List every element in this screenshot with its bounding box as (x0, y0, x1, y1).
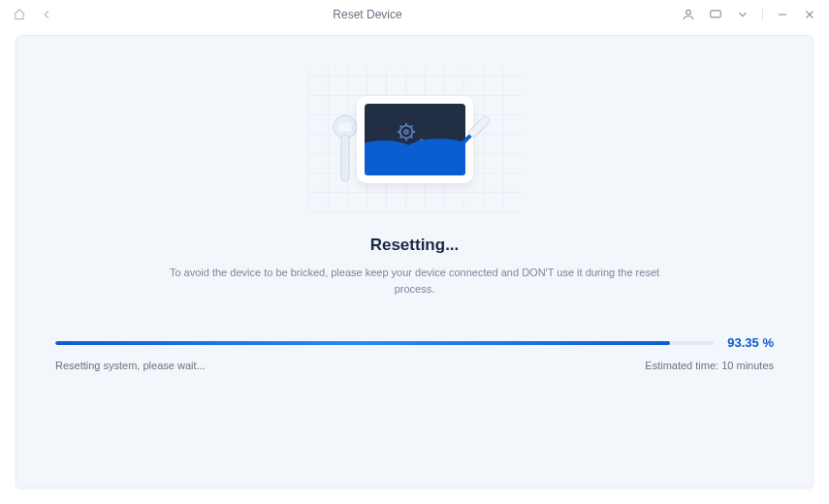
svg-rect-10 (451, 134, 471, 154)
svg-rect-3 (339, 123, 351, 131)
menu-dropdown-button[interactable] (731, 3, 754, 26)
home-icon (13, 8, 26, 21)
svg-point-5 (399, 126, 412, 139)
window-title: Reset Device (58, 8, 677, 21)
svg-rect-4 (341, 135, 349, 181)
progress-eta: Estimated time: 10 minutes (645, 360, 774, 371)
feedback-button[interactable] (704, 3, 727, 26)
titlebar-separator (762, 8, 763, 21)
progress-status-text: Resetting system, please wait... (55, 360, 206, 371)
progress-fill (55, 341, 670, 345)
minimize-button[interactable] (771, 3, 794, 26)
titlebar-left (8, 3, 58, 26)
back-icon (40, 8, 53, 21)
svg-point-6 (404, 130, 408, 134)
user-icon (682, 8, 695, 21)
svg-point-0 (686, 10, 691, 15)
app-window: Reset Device (0, 0, 829, 504)
back-button[interactable] (35, 3, 58, 26)
svg-rect-9 (467, 115, 491, 139)
progress-percent: 93.35 % (727, 335, 774, 350)
progress-details: Resetting system, please wait... Estimat… (55, 360, 774, 371)
status-title: Resetting... (370, 236, 460, 255)
gear-icon (396, 121, 417, 142)
instruction-text: To avoid the device to be bricked, pleas… (163, 265, 667, 297)
screwdriver-icon (434, 104, 502, 172)
titlebar: Reset Device (0, 0, 829, 29)
progress-row: 93.35 % (55, 335, 774, 350)
minimize-icon (776, 8, 789, 21)
close-button[interactable] (798, 3, 821, 26)
chat-icon (709, 8, 722, 21)
close-icon (803, 8, 816, 21)
titlebar-right (677, 3, 821, 26)
home-button[interactable] (8, 3, 31, 26)
main-panel: Resetting... To avoid the device to be b… (16, 35, 813, 488)
illustration (308, 67, 522, 212)
chevron-down-icon (736, 8, 749, 21)
account-button[interactable] (677, 3, 700, 26)
progress-bar (55, 341, 714, 345)
